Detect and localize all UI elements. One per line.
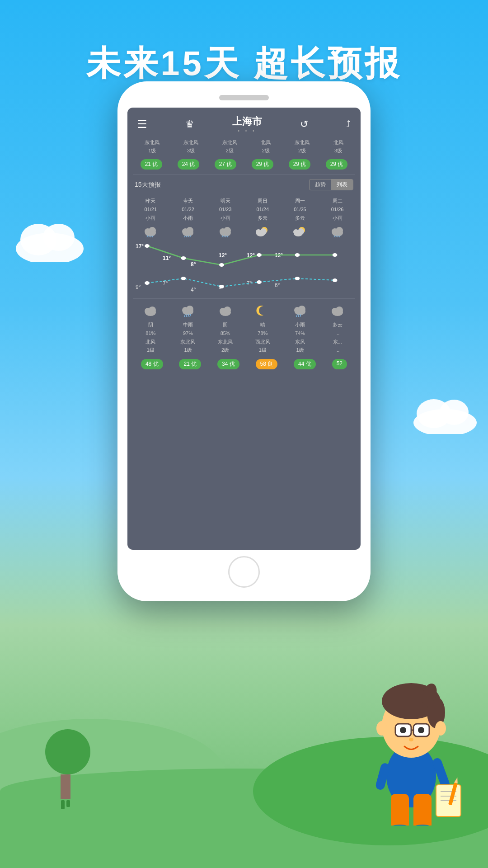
temp-chart: 17° 11° 8° 12° 12° 12° 9° 7° 4° 5° 7° 6°: [132, 242, 356, 297]
wind-col-1: 东北风3级: [183, 139, 198, 155]
bottom-weather-detail: 阴81%北风1级 中雨97%东北风1级 阴85%东北风2级 晴78%西北风1级 …: [127, 320, 361, 355]
menu-icon[interactable]: ☰: [137, 118, 147, 131]
character: [357, 654, 465, 827]
night-icon-4: [284, 304, 315, 319]
night-icon-0: [135, 304, 166, 319]
svg-point-62: [336, 227, 343, 234]
svg-rect-8: [413, 794, 432, 826]
svg-point-70: [257, 253, 262, 257]
list-btn[interactable]: 列表: [331, 179, 353, 190]
svg-point-71: [295, 253, 300, 257]
aqi-badge-5: 29 优: [326, 159, 348, 170]
svg-line-34: [147, 236, 148, 237]
svg-point-91: [224, 307, 231, 314]
svg-point-21: [376, 721, 387, 736]
bottom-col-2: 阴85%东北风2级: [210, 321, 241, 354]
svg-line-95: [296, 314, 297, 317]
svg-line-41: [184, 236, 185, 237]
view-toggle: 趋势 列表: [309, 179, 353, 190]
aqi-bottom-5: 52: [332, 359, 347, 369]
svg-point-74: [181, 277, 186, 280]
svg-point-40: [186, 227, 193, 234]
svg-point-81: [149, 307, 156, 314]
weather-icons-night: [127, 301, 361, 320]
weather-icon-4: [284, 225, 315, 241]
svg-point-55: [260, 228, 267, 235]
bottom-col-5: 多云...东......: [322, 321, 353, 354]
date-col-3: 周日01/24多云: [247, 197, 278, 222]
svg-point-77: [295, 277, 300, 280]
svg-point-84: [186, 306, 193, 313]
weather-icon-5: [322, 225, 353, 241]
forecast-title: 15天预报: [135, 181, 161, 189]
svg-line-63: [334, 236, 335, 237]
svg-point-100: [336, 307, 343, 314]
svg-point-68: [181, 256, 186, 260]
date-col-4: 周一01/25多云: [284, 197, 315, 222]
svg-point-76: [257, 280, 262, 284]
night-icon-3: [247, 304, 278, 319]
date-col-0: 昨天01/21小雨: [135, 197, 166, 222]
aqi-row-top: 21 优 24 优 27 优 29 优 29 优 29 优: [127, 156, 361, 174]
city-dots: • • •: [232, 128, 262, 133]
wind-col-0: 东北风1级: [145, 139, 160, 155]
svg-point-18: [400, 727, 406, 733]
svg-point-72: [333, 253, 338, 257]
date-row: 昨天01/21小雨 今天01/22小雨 明天01/23小雨 周日01/24多云 …: [127, 195, 361, 223]
svg-point-94: [298, 306, 305, 313]
svg-point-20: [409, 738, 413, 741]
svg-point-19: [418, 727, 424, 733]
svg-point-75: [219, 285, 224, 288]
date-col-2: 明天01/23小雨: [210, 197, 241, 222]
aqi-badge-0: 21 优: [141, 159, 163, 170]
aqi-badge-1: 24 优: [178, 159, 200, 170]
night-icon-1: [172, 304, 203, 319]
weather-icon-1: [172, 225, 203, 241]
wind-col-5: 北风3级: [333, 139, 343, 155]
city-name: 上海市: [232, 115, 262, 128]
aqi-bottom-0: 48 优: [141, 359, 163, 369]
svg-line-85: [184, 314, 185, 317]
svg-point-59: [298, 228, 304, 235]
forecast-header: 15天预报 趋势 列表: [127, 175, 361, 195]
date-col-1: 今天01/22小雨: [172, 197, 203, 222]
svg-point-22: [435, 721, 446, 736]
aqi-badge-4: 29 优: [289, 159, 311, 170]
phone-screen: ☰ ♛ 上海市 • • • ↺ ⤴ 东北风1级 东北风3级 东北风2级 北风2级…: [127, 108, 361, 550]
crown-icon[interactable]: ♛: [185, 118, 194, 130]
svg-point-2: [43, 224, 75, 251]
bottom-col-0: 阴81%北风1级: [135, 321, 166, 354]
bottom-col-4: 小雨74%东风1级: [284, 321, 315, 354]
night-icon-5: [322, 304, 353, 319]
trend-btn[interactable]: 趋势: [310, 179, 331, 190]
share-icon[interactable]: ⤴: [346, 119, 351, 129]
svg-marker-29: [454, 777, 459, 783]
svg-point-5: [440, 400, 469, 425]
svg-line-48: [222, 236, 223, 237]
night-icon-2: [210, 304, 241, 319]
top-bar: ☰ ♛ 上海市 • • • ↺ ⤴: [127, 108, 361, 137]
phone-speaker: [219, 95, 269, 100]
phone-mockup: ☰ ♛ 上海市 • • • ↺ ⤴ 东北风1级 东北风3级 东北风2级 北风2级…: [117, 81, 371, 601]
wind-col-4: 东北风2级: [295, 139, 310, 155]
weather-icon-3: [247, 225, 278, 241]
divider-2: [133, 298, 355, 299]
cloud-left: [14, 217, 86, 264]
aqi-badge-2: 27 优: [215, 159, 237, 170]
cloud-right: [411, 393, 479, 436]
wind-col-3: 北风2级: [261, 139, 271, 155]
date-col-5: 周二01/26小雨: [322, 197, 353, 222]
svg-point-33: [149, 227, 156, 234]
svg-point-67: [145, 244, 150, 248]
aqi-bottom-1: 21 优: [179, 359, 201, 369]
svg-point-69: [219, 263, 224, 267]
aqi-bottom-2: 34 优: [217, 359, 239, 369]
weather-icons-day: [127, 223, 361, 242]
phone-home-button[interactable]: [228, 556, 260, 588]
wind-row: 东北风1级 东北风3级 东北风2级 北风2级 东北风2级 北风3级: [127, 137, 361, 156]
tree: [41, 729, 90, 809]
weather-icon-2: [210, 225, 241, 241]
svg-point-73: [145, 281, 150, 285]
svg-rect-7: [391, 794, 409, 826]
refresh-icon[interactable]: ↺: [300, 118, 308, 130]
